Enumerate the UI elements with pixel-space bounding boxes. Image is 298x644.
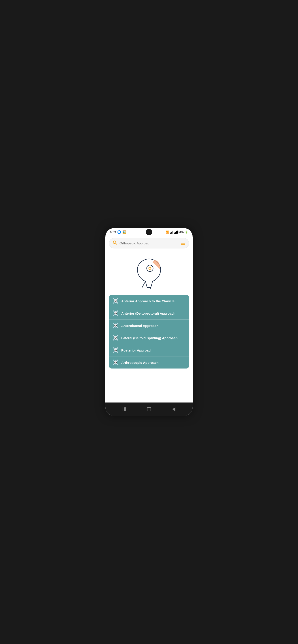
search-input[interactable]: Orthopedic Approac bbox=[119, 241, 179, 245]
camera-notch bbox=[146, 229, 152, 235]
recent-apps-icon bbox=[123, 407, 126, 411]
menu-item-label-1: Anterior Approach to the Clavicle bbox=[121, 299, 174, 303]
menu-item-posterior[interactable]: ☠️ Posterior Approach bbox=[109, 344, 189, 356]
skull-icon-5: ☠️ bbox=[113, 347, 119, 353]
gallery-icon: 🖼️ bbox=[122, 230, 126, 234]
recent-nav-button[interactable] bbox=[172, 407, 175, 411]
skull-icon-3: ☠️ bbox=[113, 323, 119, 328]
svg-line-1 bbox=[116, 243, 117, 244]
status-time: 6:59 bbox=[110, 230, 116, 234]
home-icon bbox=[147, 407, 151, 411]
menu-item-label-6: Arthroscopic Approach bbox=[121, 361, 159, 364]
status-right: 📶 58% 🔋 bbox=[166, 230, 188, 234]
svg-point-4 bbox=[149, 268, 151, 269]
wifi-icon: 📶 bbox=[166, 230, 169, 234]
phone-frame: 6:59 🖼️ 📶 58 bbox=[105, 228, 193, 416]
search-bar[interactable]: Orthopedic Approac bbox=[109, 238, 189, 248]
menu-item-lateral-deltoid[interactable]: ☠️ Lateral (Deltoid Splitting) Approach bbox=[109, 332, 189, 344]
menu-item-anterolateral[interactable]: ☠️ Anterolateral Approach bbox=[109, 320, 189, 332]
shoulder-illustration bbox=[131, 254, 167, 289]
nav-line-1 bbox=[123, 407, 123, 411]
menu-item-label-2: Anterior (Deltopectoral) Approach bbox=[121, 312, 175, 315]
skull-icon-4: ☠️ bbox=[113, 335, 119, 341]
menu-item-deltopectoral[interactable]: ☠️ Anterior (Deltopectoral) Approach bbox=[109, 307, 189, 320]
battery-percent: 58% bbox=[179, 230, 184, 234]
messenger-icon bbox=[117, 230, 121, 234]
skull-icon-2: ☠️ bbox=[113, 310, 119, 316]
bottom-navigation bbox=[105, 402, 193, 416]
back-icon bbox=[172, 407, 175, 411]
main-content: ☠️ Anterior Approach to the Clavicle ☠️ … bbox=[105, 250, 193, 404]
nav-line-2 bbox=[124, 407, 125, 411]
nav-line-3 bbox=[125, 407, 126, 411]
signal-bars bbox=[170, 230, 173, 234]
skull-icon-6: ☠️ bbox=[113, 360, 119, 366]
menu-item-anterior-clavicle[interactable]: ☠️ Anterior Approach to the Clavicle bbox=[109, 295, 189, 307]
approaches-menu-list: ☠️ Anterior Approach to the Clavicle ☠️ … bbox=[109, 295, 189, 368]
status-left: 6:59 🖼️ bbox=[110, 230, 126, 234]
status-bar: 6:59 🖼️ 📶 58 bbox=[105, 228, 193, 236]
home-nav-button[interactable] bbox=[147, 407, 151, 411]
signal-bars-2 bbox=[174, 230, 178, 234]
skull-icon-1: ☠️ bbox=[113, 298, 119, 304]
battery-icon: 🔋 bbox=[185, 230, 188, 234]
menu-item-label-3: Anterolateral Approach bbox=[121, 324, 158, 328]
illustration-area bbox=[105, 250, 193, 295]
menu-line-3 bbox=[181, 244, 185, 245]
menu-line-2 bbox=[181, 243, 185, 244]
menu-item-arthroscopic[interactable]: ☠️ Arthroscopic Approach bbox=[109, 356, 189, 368]
menu-item-label-5: Posterior Approach bbox=[121, 348, 152, 352]
menu-item-label-4: Lateral (Deltoid Splitting) Approach bbox=[121, 336, 178, 340]
hamburger-menu-icon[interactable] bbox=[181, 242, 185, 245]
menu-line-1 bbox=[181, 242, 185, 242]
back-nav-button[interactable] bbox=[123, 407, 126, 411]
search-icon bbox=[113, 240, 117, 246]
